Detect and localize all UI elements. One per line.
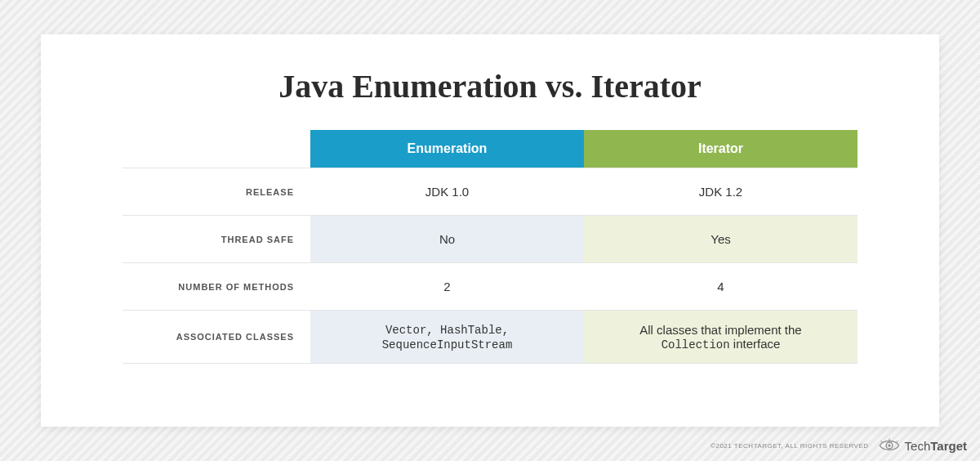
cell-threadsafe-iterator: Yes	[584, 216, 858, 263]
table-row: ASSOCIATED CLASSES Vector, HashTable, Se…	[122, 311, 858, 364]
row-label-release: RELEASE	[122, 168, 310, 216]
enum-classes-line1: Vector, HashTable,	[385, 324, 509, 337]
header-row: Enumeration Iterator	[122, 130, 858, 168]
brand-light: Tech	[905, 439, 931, 453]
logo-text: TechTarget	[905, 439, 967, 453]
cell-release-iterator: JDK 1.2	[584, 168, 858, 216]
enum-classes-line2: SequenceInputStream	[382, 338, 513, 351]
row-label-methods: NUMBER OF METHODS	[122, 263, 310, 311]
techtarget-logo: TechTarget	[879, 438, 967, 453]
iterator-classes-line1: All classes that implement the	[639, 323, 801, 337]
cell-classes-enumeration: Vector, HashTable, SequenceInputStream	[310, 311, 584, 364]
table-row: RELEASE JDK 1.0 JDK 1.2	[122, 168, 858, 216]
table-row: THREAD SAFE No Yes	[122, 216, 858, 263]
table-row: NUMBER OF METHODS 2 4	[122, 263, 858, 311]
cell-release-enumeration: JDK 1.0	[310, 168, 584, 216]
brand-bold: Target	[930, 439, 967, 453]
cell-threadsafe-enumeration: No	[310, 216, 584, 263]
comparison-table: Enumeration Iterator RELEASE JDK 1.0 JDK…	[122, 130, 858, 364]
eye-icon	[879, 438, 900, 453]
cell-methods-iterator: 4	[584, 263, 858, 311]
column-header-enumeration: Enumeration	[310, 130, 584, 168]
iterator-classes-suffix: interface	[730, 337, 781, 351]
footer: ©2021 TECHTARGET, ALL RIGHTS RESERVED Te…	[710, 438, 967, 453]
svg-point-1	[888, 444, 890, 446]
cell-methods-enumeration: 2	[310, 263, 584, 311]
copyright-text: ©2021 TECHTARGET, ALL RIGHTS RESERVED	[710, 442, 869, 450]
cell-classes-iterator: All classes that implement the Collectio…	[584, 311, 858, 364]
iterator-classes-code: Collection	[662, 338, 730, 351]
page-title: Java Enumeration vs. Iterator	[278, 67, 702, 105]
comparison-card: Java Enumeration vs. Iterator Enumeratio…	[41, 34, 939, 427]
row-label-threadsafe: THREAD SAFE	[122, 216, 310, 263]
column-header-iterator: Iterator	[584, 130, 858, 168]
row-label-classes: ASSOCIATED CLASSES	[122, 311, 310, 364]
empty-header	[122, 130, 310, 168]
